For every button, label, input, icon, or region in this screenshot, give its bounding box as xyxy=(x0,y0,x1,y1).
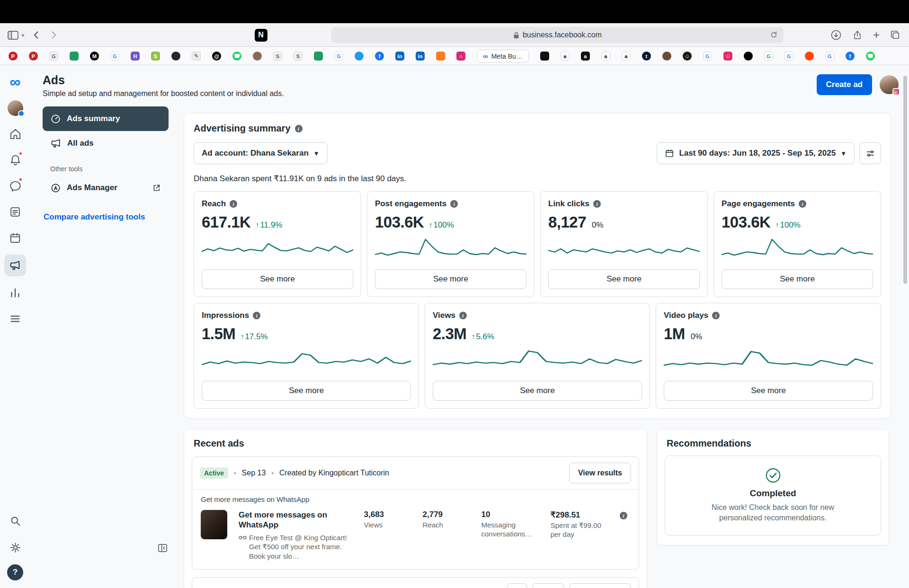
date-range-dropdown[interactable]: Last 90 days: Jun 18, 2025 - Sep 15, 202… xyxy=(657,142,855,164)
reload-icon[interactable] xyxy=(770,31,778,39)
favicon-google[interactable]: G xyxy=(110,52,119,61)
tab-overview-icon[interactable] xyxy=(890,30,900,40)
rail-insights-icon[interactable] xyxy=(5,283,26,302)
favicon-blue-app[interactable] xyxy=(355,52,364,61)
favicon-medium[interactable]: M xyxy=(90,52,99,61)
favicon-amazon-dark[interactable]: a xyxy=(581,52,590,61)
favicon-excel[interactable] xyxy=(314,52,323,61)
sidebar-toggle-icon[interactable] xyxy=(8,31,18,40)
favicon-whatsapp-2[interactable]: ☎ xyxy=(866,52,875,61)
favicon-threads[interactable]: @ xyxy=(212,52,221,61)
info-icon[interactable] xyxy=(459,312,467,319)
meta-logo[interactable] xyxy=(5,72,26,91)
sidebar-item-ads-summary[interactable]: Ads summary xyxy=(43,106,169,131)
favicon-instagram[interactable]: ○ xyxy=(456,52,465,61)
megaphone-icon xyxy=(50,138,62,149)
favicon-google-3[interactable]: G xyxy=(703,52,712,61)
favicon-pinterest[interactable]: P xyxy=(9,52,18,61)
favicon-sheets[interactable] xyxy=(70,52,79,61)
rail-all-tools-icon[interactable] xyxy=(5,309,26,328)
scrollbar[interactable] xyxy=(903,76,907,284)
rail-search-icon[interactable] xyxy=(5,511,26,530)
see-more-button[interactable]: See more xyxy=(548,269,700,289)
rail-settings-icon[interactable] xyxy=(5,538,26,557)
favicon-orange-app[interactable] xyxy=(436,52,445,61)
notion-extension-icon[interactable] xyxy=(255,29,267,42)
favicon-facebook-2[interactable]: f xyxy=(846,52,855,61)
edit-button[interactable]: Edit xyxy=(532,583,564,588)
favicon-instagram-2[interactable]: ○ xyxy=(723,52,732,61)
info-icon[interactable] xyxy=(295,125,303,132)
notification-dot xyxy=(18,151,23,156)
favicon-google-5[interactable]: G xyxy=(784,52,793,61)
user-avatar[interactable] xyxy=(880,75,899,94)
info-icon[interactable] xyxy=(253,312,260,319)
favicon-linkedin-2[interactable]: in xyxy=(416,52,425,61)
favicon-shopify[interactable]: S xyxy=(151,52,160,61)
favicon-google-6[interactable]: G xyxy=(825,52,834,61)
share-icon[interactable] xyxy=(852,30,863,41)
favicon-smiley[interactable]: ☺ xyxy=(683,52,692,61)
rail-ads-icon[interactable] xyxy=(4,255,26,276)
view-results-button[interactable]: View results xyxy=(569,583,631,588)
ad-account-dropdown[interactable]: Ad account: Dhana Sekaran ▼ xyxy=(194,142,328,164)
favicon-reddit[interactable] xyxy=(805,52,814,61)
rail-notifications-icon[interactable] xyxy=(5,150,26,169)
active-tab-chip[interactable]: ∞Meta Bu… xyxy=(477,50,529,62)
favicon-google-2[interactable]: G xyxy=(334,52,343,61)
favicon-amazon[interactable]: a xyxy=(561,52,570,61)
rail-planner-icon[interactable] xyxy=(5,228,26,247)
forward-button[interactable] xyxy=(48,30,59,40)
favicon-whatsapp[interactable]: ☎ xyxy=(232,52,241,61)
info-icon[interactable] xyxy=(799,200,806,208)
info-icon[interactable] xyxy=(230,200,237,208)
favicon-site-s2[interactable]: S xyxy=(294,52,303,61)
create-ad-button[interactable]: Create ad xyxy=(817,74,872,95)
favicon-profile-2[interactable] xyxy=(662,52,671,61)
rail-home-icon[interactable] xyxy=(5,124,26,143)
favicon-amazon-3[interactable]: a xyxy=(622,52,631,61)
favicon-black-site[interactable] xyxy=(744,52,753,61)
info-icon[interactable] xyxy=(712,312,720,319)
downloads-icon[interactable] xyxy=(830,29,842,41)
favicon-dark-site[interactable] xyxy=(171,52,180,61)
info-icon[interactable] xyxy=(620,512,627,519)
favicon-facebook[interactable]: f xyxy=(375,52,384,61)
see-more-button[interactable]: See more xyxy=(664,381,873,401)
rail-content-icon[interactable] xyxy=(5,202,26,221)
rail-inbox-icon[interactable] xyxy=(5,176,26,195)
metric-card-link-clicks: Link clicks 8,1270% See more xyxy=(540,191,708,297)
help-button[interactable] xyxy=(7,564,23,580)
chevron-down-icon[interactable]: ▾ xyxy=(21,32,25,39)
favicon-google-4[interactable]: G xyxy=(764,52,773,61)
filters-button[interactable] xyxy=(859,142,881,164)
favicon-site-s1[interactable]: S xyxy=(273,52,282,61)
favicon-tumblr[interactable]: t xyxy=(642,52,651,61)
see-more-button[interactable]: See more xyxy=(202,381,411,401)
sidebar-item-ads-manager[interactable]: Ads Manager xyxy=(43,176,169,200)
favicon-profile[interactable] xyxy=(253,52,262,61)
favicon-editor[interactable]: ✎ xyxy=(192,52,201,61)
business-avatar[interactable] xyxy=(5,98,26,117)
see-more-button[interactable]: See more xyxy=(433,381,642,401)
view-results-button[interactable]: View results xyxy=(569,463,631,483)
address-bar[interactable]: business.facebook.com xyxy=(331,27,784,43)
see-more-button[interactable]: See more xyxy=(722,269,873,289)
see-more-button[interactable]: See more xyxy=(202,269,353,289)
info-icon[interactable] xyxy=(593,200,601,208)
info-icon[interactable] xyxy=(450,200,458,208)
favicon-linkedin[interactable]: in xyxy=(395,52,404,61)
more-options-button[interactable]: … xyxy=(507,583,527,588)
back-button[interactable] xyxy=(31,30,42,40)
new-tab-icon[interactable]: + xyxy=(873,29,880,41)
favicon-amazon-2[interactable]: a xyxy=(601,52,610,61)
favicon-habit[interactable]: H xyxy=(131,52,140,61)
favicon-google-doc[interactable]: G xyxy=(49,52,58,61)
see-more-button[interactable]: See more xyxy=(375,269,526,289)
favicon-black-app[interactable] xyxy=(540,52,549,61)
favicon-pinterest-2[interactable]: P xyxy=(29,52,38,61)
sidebar-collapse-icon[interactable] xyxy=(157,543,168,555)
sidebar-item-all-ads[interactable]: All ads xyxy=(43,131,169,156)
ad-thumbnail[interactable] xyxy=(201,510,227,539)
compare-advertising-tools-link[interactable]: Compare advertising tools xyxy=(44,212,169,222)
